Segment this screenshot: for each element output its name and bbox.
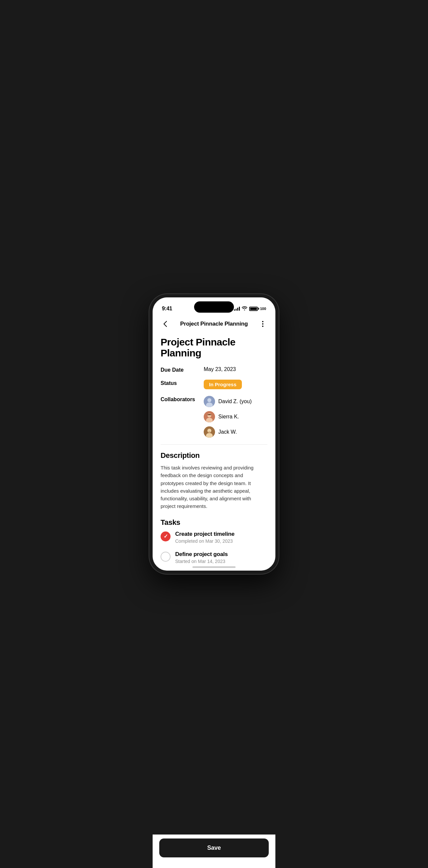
task-name-2: Define project goals <box>175 551 267 558</box>
due-date-row: Due Date May 23, 2023 <box>161 366 267 373</box>
task-date-2: Started on Mar 14, 2023 <box>175 559 267 564</box>
back-button[interactable] <box>159 318 171 330</box>
avatar-sierra <box>204 411 215 423</box>
collaborators-row: Collaborators David Z. (you) <box>161 396 267 438</box>
task-item-1: ✓ Create project timeline Completed on M… <box>161 531 267 544</box>
description-title: Description <box>161 451 267 460</box>
collaborator-name-jack: Jack W. <box>218 429 237 435</box>
svg-point-2 <box>262 326 263 327</box>
avatar-david <box>204 396 215 407</box>
phone-screen: 9:41 <box>153 298 275 570</box>
checkmark-1: ✓ <box>164 534 168 539</box>
collaborator-jack: Jack W. <box>204 426 252 438</box>
status-badge: In Progress <box>204 380 242 389</box>
description-text: This task involves reviewing and providi… <box>161 464 267 510</box>
status-row: Status In Progress <box>161 380 267 389</box>
battery-icon: 100 <box>249 307 266 311</box>
due-date-value: May 23, 2023 <box>204 366 267 372</box>
wifi-icon <box>242 306 247 311</box>
signal-icon <box>234 307 240 311</box>
page-title: Project Pinnacle Planning <box>161 337 267 359</box>
collaborators-list: David Z. (you) Sierra K. <box>204 396 252 438</box>
home-indicator <box>193 566 235 568</box>
main-content: Project Pinnacle Planning Due Date May 2… <box>153 334 275 570</box>
status-time: 9:41 <box>162 306 172 312</box>
task-item-2: Define project goals Started on Mar 14, … <box>161 551 267 564</box>
collaborator-sierra: Sierra K. <box>204 411 252 423</box>
svg-point-1 <box>262 323 263 324</box>
svg-point-4 <box>207 398 211 402</box>
svg-point-0 <box>262 321 263 322</box>
svg-point-7 <box>207 413 211 417</box>
task-content-2: Define project goals Started on Mar 14, … <box>175 551 267 564</box>
task-checkbox-1[interactable]: ✓ <box>161 531 171 541</box>
status-label: Status <box>161 380 204 386</box>
status-icons: 100 <box>234 306 266 311</box>
task-name-1: Create project timeline <box>175 531 267 537</box>
tasks-title: Tasks <box>161 518 267 527</box>
phone-frame: 9:41 <box>149 294 279 574</box>
avatar-jack <box>204 426 215 438</box>
collaborators-label: Collaborators <box>161 396 204 403</box>
status-value[interactable]: In Progress <box>204 380 242 389</box>
due-date-label: Due Date <box>161 366 204 373</box>
dynamic-island <box>194 301 234 313</box>
nav-bar: Project Pinnacle Planning <box>153 315 275 334</box>
more-button[interactable] <box>257 318 269 330</box>
collaborator-name-sierra: Sierra K. <box>218 414 239 420</box>
svg-point-10 <box>207 429 211 433</box>
task-content-1: Create project timeline Completed on Mar… <box>175 531 267 544</box>
description-section: Description This task involves reviewing… <box>161 451 267 510</box>
task-date-1: Completed on Mar 30, 2023 <box>175 538 267 544</box>
task-checkbox-2[interactable] <box>161 552 171 562</box>
collaborator-name-david: David Z. (you) <box>218 399 252 404</box>
collaborator-david: David Z. (you) <box>204 396 252 407</box>
nav-title: Project Pinnacle Planning <box>180 320 248 327</box>
tasks-section: Tasks ✓ Create project timeline Complete… <box>161 518 267 571</box>
